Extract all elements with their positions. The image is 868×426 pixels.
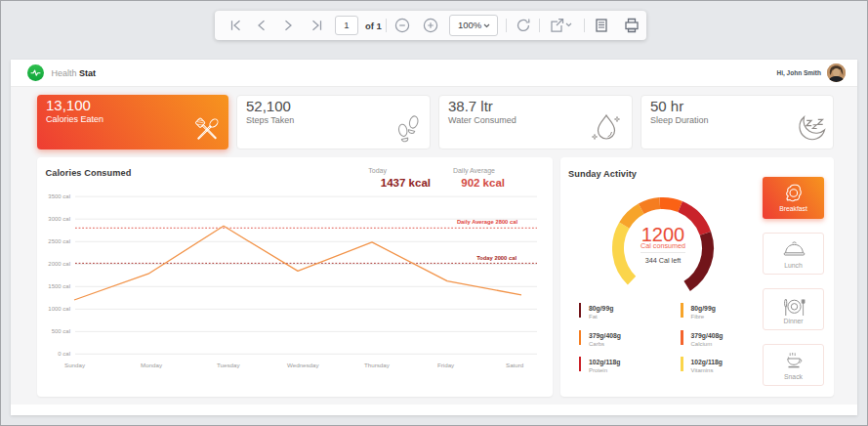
- svg-text:Today 2000 cal: Today 2000 cal: [476, 255, 517, 261]
- svg-text:Daily Average 2800 cal: Daily Average 2800 cal: [457, 219, 517, 225]
